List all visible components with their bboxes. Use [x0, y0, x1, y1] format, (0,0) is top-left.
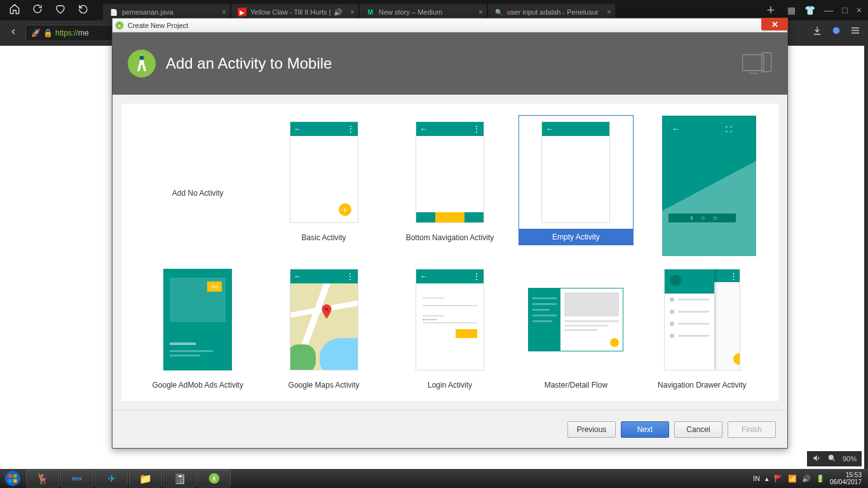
cancel-button[interactable]: Cancel — [674, 421, 722, 438]
close-icon[interactable]: × — [607, 8, 611, 17]
taskbar-app-nox[interactable]: nox — [60, 470, 93, 487]
svg-rect-6 — [749, 73, 757, 74]
back-arrow-icon: ← — [294, 125, 302, 133]
back-arrow-icon: ← — [294, 272, 302, 281]
taskbar-app-uc[interactable]: 🦌 — [26, 470, 59, 487]
template-label: Navigation Drawer Activity — [658, 377, 746, 393]
back-icon[interactable] — [9, 27, 18, 39]
template-label: Basic Activity — [302, 229, 346, 246]
zoom-level: 90% — [843, 455, 857, 463]
url-protocol: https:// — [55, 29, 78, 37]
status-overlay: 90% — [807, 451, 862, 466]
extension-icon[interactable] — [831, 25, 841, 38]
maximize-icon[interactable]: □ — [842, 5, 847, 15]
dialog-body: Add No Activity ←⋮ + Basic Activity ←⋮ — [112, 95, 787, 410]
tab-title: New story – Medium — [379, 8, 442, 16]
reload-icon[interactable] — [32, 3, 43, 17]
template-basic-activity[interactable]: ←⋮ + Basic Activity — [266, 115, 381, 246]
minimize-icon[interactable]: — — [824, 5, 833, 15]
template-label: Bottom Navigation Activity — [406, 229, 494, 246]
back-arrow-icon: ← — [546, 125, 553, 133]
volume-icon[interactable] — [812, 454, 821, 464]
svg-point-10 — [5, 471, 20, 486]
template-add-no-activity[interactable]: Add No Activity — [140, 115, 255, 246]
taskbar-app-notepad[interactable]: 📓 — [163, 470, 196, 487]
template-label: Add No Activity — [172, 185, 224, 201]
svg-rect-5 — [743, 55, 764, 71]
more-icon: ⋮ — [472, 271, 480, 281]
template-grid: Add No Activity ←⋮ + Basic Activity ←⋮ — [121, 104, 778, 401]
template-login-activity[interactable]: ←⋮ •••••• Login Activity — [393, 262, 507, 393]
template-label: Google AdMob Ads Activity — [152, 377, 243, 393]
svg-rect-14 — [13, 479, 17, 482]
start-button[interactable] — [0, 469, 25, 488]
url-text: me — [78, 29, 89, 37]
finish-button: Finish — [728, 421, 776, 438]
clock-date: 06/04/2017 — [830, 478, 862, 485]
taskbar-app-telegram[interactable]: ✈ — [95, 470, 128, 487]
taskbar[interactable]: 🦌 nox ✈ 📁 📓 IN ▴ 🚩 📶 🔊 🔋 15:53 06/04/201… — [0, 469, 868, 488]
dialog-titlebar[interactable]: Create New Project — [112, 18, 787, 32]
app-icon: ▦ — [787, 5, 796, 15]
template-fullscreen-activity[interactable]: ←⛶ Fullscreen Activity — [645, 115, 759, 246]
system-tray[interactable]: IN ▴ 🚩 📶 🔊 🔋 15:53 06/04/2017 — [753, 469, 864, 488]
svg-point-9 — [829, 455, 833, 459]
fab-icon: + — [339, 203, 351, 216]
template-bottom-navigation[interactable]: ←⋮ Bottom Navigation Activity — [393, 115, 507, 246]
fab-icon — [733, 353, 740, 365]
template-admob-activity[interactable]: Ad Google AdMob Ads Activity — [140, 262, 255, 393]
taskbar-app-android-studio[interactable] — [198, 470, 231, 487]
more-icon — [605, 124, 606, 134]
taskbar-app-explorer[interactable]: 📁 — [129, 470, 162, 487]
close-icon[interactable]: × — [350, 8, 355, 17]
close-icon[interactable]: × — [222, 8, 226, 17]
window-controls: ▦ 👕 — □ × — [781, 5, 868, 15]
dialog-title: Create New Project — [128, 22, 188, 29]
template-master-detail[interactable]: Master/Detail Flow — [519, 262, 633, 393]
svg-point-8 — [325, 308, 328, 311]
template-label: Empty Activity — [519, 229, 633, 245]
battery-icon[interactable]: 🔋 — [816, 475, 825, 483]
tab-title: user input adalah - Penelusur — [507, 8, 599, 16]
file-icon: 📄 — [109, 8, 118, 17]
clock[interactable]: 15:53 06/04/2017 — [830, 471, 864, 485]
network-icon[interactable]: 📶 — [788, 475, 797, 483]
template-label: Google Maps Activity — [288, 377, 360, 393]
flag-icon[interactable]: 🚩 — [774, 475, 783, 483]
template-navigation-drawer[interactable]: ⋮ Navigation Drawer Activity — [645, 262, 759, 393]
youtube-icon: ▶ — [238, 8, 247, 17]
clock-time: 15:53 — [830, 471, 862, 478]
close-icon[interactable]: × — [857, 5, 862, 15]
dialog-close-button[interactable]: ✕ — [761, 18, 788, 30]
close-icon[interactable]: × — [478, 8, 483, 17]
previous-button[interactable]: Previous — [567, 421, 616, 438]
heart-icon[interactable] — [55, 3, 66, 17]
svg-rect-12 — [13, 475, 17, 478]
download-icon[interactable] — [812, 25, 822, 38]
next-button[interactable]: Next — [621, 421, 669, 438]
new-tab-button[interactable]: + — [760, 2, 781, 18]
home-icon[interactable] — [9, 3, 20, 17]
history-icon[interactable] — [78, 3, 89, 17]
sound-icon: 🔊 — [334, 8, 342, 17]
back-arrow-icon: ← — [420, 272, 428, 281]
dialog-footer: Previous Next Cancel Finish — [112, 410, 787, 448]
template-empty-activity[interactable]: ← Empty Activity — [519, 115, 633, 246]
svg-point-4 — [140, 56, 144, 60]
tray-chevron-icon[interactable]: ▴ — [765, 475, 769, 483]
svg-rect-13 — [9, 479, 12, 482]
map-pin-icon — [321, 304, 332, 322]
template-maps-activity[interactable]: ←⋮ Google Maps Activity — [266, 262, 381, 393]
more-icon: ⋮ — [346, 272, 354, 281]
medium-icon: M — [366, 8, 375, 17]
menu-icon[interactable] — [850, 25, 860, 38]
android-studio-icon — [115, 21, 124, 30]
language-indicator[interactable]: IN — [753, 475, 760, 482]
svg-rect-11 — [9, 475, 12, 478]
zoom-icon[interactable] — [827, 454, 836, 464]
volume-icon[interactable]: 🔊 — [802, 475, 811, 483]
ad-badge: Ad — [207, 281, 222, 292]
windows-icon — [4, 470, 21, 487]
url-field[interactable]: 🚀 🔒 https://me — [25, 25, 114, 41]
dialog-header: Add an Activity to Mobile — [112, 32, 787, 95]
